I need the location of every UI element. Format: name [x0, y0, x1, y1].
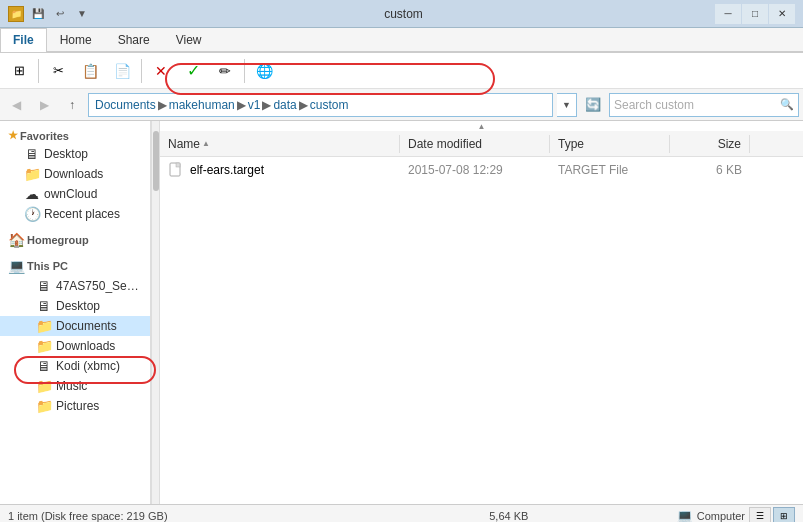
sidebar-item-downloads-pc[interactable]: 📁 Downloads	[0, 336, 150, 356]
minimize-button[interactable]: ─	[715, 4, 741, 24]
forward-button[interactable]: ▶	[32, 93, 56, 117]
tab-view[interactable]: View	[163, 28, 215, 51]
title-bar: 📁 💾 ↩ ▼ custom ─ □ ✕	[0, 0, 803, 28]
favorites-header[interactable]: ★ Favorites	[0, 125, 150, 144]
delete-button[interactable]: ✕	[146, 56, 176, 86]
address-path[interactable]: Documents ▶ makehuman ▶ v1 ▶ data ▶ cust…	[88, 93, 553, 117]
tab-file[interactable]: File	[0, 28, 47, 52]
desktop-icon: 🖥	[24, 146, 40, 162]
col-size-label: Size	[718, 137, 741, 151]
view-btn-detail[interactable]: ☰	[749, 507, 771, 523]
path-docs: Documents	[95, 98, 156, 112]
rename-button[interactable]: ✏	[210, 56, 240, 86]
star-icon: ★	[8, 129, 18, 142]
view-btn-list[interactable]: ⊞	[773, 507, 795, 523]
column-headers: Name ▲ Date modified Type Size	[160, 131, 803, 157]
monitor-icon-1: 🖥	[36, 278, 52, 294]
47as750-label: 47AS750_Series	[56, 279, 142, 293]
copy-button[interactable]: 📋	[75, 56, 105, 86]
quick-dropdown-btn[interactable]: ▼	[72, 4, 92, 24]
homegroup-icon: 🏠	[8, 232, 25, 248]
up-button[interactable]: ↑	[60, 93, 84, 117]
toolbar-sep-1	[38, 59, 39, 83]
path-makehuman: makehuman	[169, 98, 235, 112]
address-dropdown[interactable]: ▼	[557, 93, 577, 117]
file-date-cell: 2015-07-08 12:29	[400, 161, 550, 179]
downloads-pc-label: Downloads	[56, 339, 115, 353]
sidebar-item-owncloud[interactable]: ☁ ownCloud	[0, 184, 150, 204]
homegroup-header[interactable]: 🏠 Homegroup	[0, 228, 150, 250]
desktop-pc-label: Desktop	[56, 299, 100, 313]
table-row[interactable]: elf-ears.target 2015-07-08 12:29 TARGET …	[160, 157, 803, 183]
cut-button[interactable]: ✂	[43, 56, 73, 86]
back-button[interactable]: ◀	[4, 93, 28, 117]
view-toggle-group: ☰ ⊞	[749, 507, 795, 523]
app-icon: 📁	[8, 6, 24, 22]
col-type-label: Type	[558, 137, 584, 151]
sidebar-scroll-thumb[interactable]	[153, 131, 159, 191]
properties-button[interactable]: 🌐	[249, 56, 279, 86]
computer-label: Computer	[697, 510, 745, 522]
sidebar-item-downloads-fav[interactable]: 📁 Downloads	[0, 164, 150, 184]
window-title: custom	[92, 7, 715, 21]
view-toggle-btn[interactable]: ⊞	[4, 56, 34, 86]
sidebar-item-kodi[interactable]: 🖥 Kodi (xbmc)	[0, 356, 150, 376]
search-input[interactable]	[614, 98, 780, 112]
main-area: ★ Favorites 🖥 Desktop 📁 Downloads ☁ ownC…	[0, 121, 803, 504]
refresh-button[interactable]: 🔄	[581, 93, 605, 117]
status-left: 1 item (Disk free space: 219 GB)	[8, 510, 342, 522]
file-size-cell: 6 KB	[670, 161, 750, 179]
sidebar-item-desktop-fav[interactable]: 🖥 Desktop	[0, 144, 150, 164]
quick-save-btn[interactable]: 💾	[28, 4, 48, 24]
thispc-icon: 💻	[8, 258, 25, 274]
sort-indicator-area: ▲	[160, 121, 803, 131]
col-header-size[interactable]: Size	[670, 135, 750, 153]
maximize-button[interactable]: □	[742, 4, 768, 24]
ribbon-tabs: File Home Share View	[0, 28, 803, 52]
recent-icon: 🕐	[24, 206, 40, 222]
sidebar-item-pictures[interactable]: 📁 Pictures	[0, 396, 150, 416]
documents-label: Documents	[56, 319, 117, 333]
quick-access-toolbar: 💾 ↩ ▼	[28, 4, 92, 24]
desktop-pc-icon: 🖥	[36, 298, 52, 314]
sidebar-item-desktop-pc[interactable]: 🖥 Desktop	[0, 296, 150, 316]
tab-share[interactable]: Share	[105, 28, 163, 51]
owncloud-icon: ☁	[24, 186, 40, 202]
checkmark-button[interactable]: ✓	[178, 56, 208, 86]
kodi-label: Kodi (xbmc)	[56, 359, 120, 373]
toolbar-sep-3	[244, 59, 245, 83]
tab-home[interactable]: Home	[47, 28, 105, 51]
sort-arrow: ▲	[202, 139, 210, 148]
favorites-section: ★ Favorites 🖥 Desktop 📁 Downloads ☁ ownC…	[0, 125, 150, 224]
sidebar-item-47as750[interactable]: 🖥 47AS750_Series	[0, 276, 150, 296]
recent-label: Recent places	[44, 207, 120, 221]
downloads-icon: 📁	[24, 166, 40, 182]
ribbon: File Home Share View	[0, 28, 803, 53]
thispc-header[interactable]: 💻 This PC	[0, 254, 150, 276]
col-header-type[interactable]: Type	[550, 135, 670, 153]
desktop-fav-label: Desktop	[44, 147, 88, 161]
file-name: elf-ears.target	[190, 163, 264, 177]
documents-icon: 📁	[36, 318, 52, 334]
path-custom: custom	[310, 98, 349, 112]
favorites-label: Favorites	[20, 130, 69, 142]
col-date-label: Date modified	[408, 137, 482, 151]
sidebar-item-recent[interactable]: 🕐 Recent places	[0, 204, 150, 224]
col-header-name[interactable]: Name ▲	[160, 135, 400, 153]
sidebar-scrollbar[interactable]	[151, 121, 159, 504]
quick-undo-btn[interactable]: ↩	[50, 4, 70, 24]
sidebar-item-music[interactable]: 📁 Music	[0, 376, 150, 396]
file-type-cell: TARGET File	[550, 161, 670, 179]
close-button[interactable]: ✕	[769, 4, 795, 24]
path-v1: v1	[248, 98, 261, 112]
owncloud-label: ownCloud	[44, 187, 97, 201]
downloads-pc-icon: 📁	[36, 338, 52, 354]
sidebar-item-documents[interactable]: 📁 Documents	[0, 316, 150, 336]
search-box[interactable]: 🔍	[609, 93, 799, 117]
sort-triangle: ▲	[478, 122, 486, 131]
downloads-fav-label: Downloads	[44, 167, 103, 181]
thispc-section: 💻 This PC 🖥 47AS750_Series 🖥 Desktop 📁 D…	[0, 254, 150, 416]
paste-button[interactable]: 📄	[107, 56, 137, 86]
col-header-date[interactable]: Date modified	[400, 135, 550, 153]
music-icon: 📁	[36, 378, 52, 394]
